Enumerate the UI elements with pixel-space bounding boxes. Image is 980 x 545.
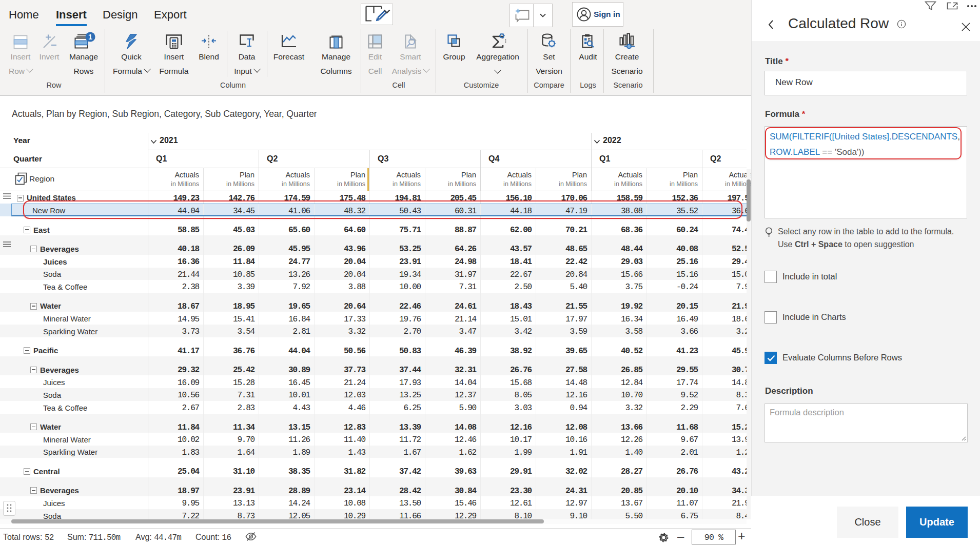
svg-text:1: 1 <box>88 33 92 41</box>
